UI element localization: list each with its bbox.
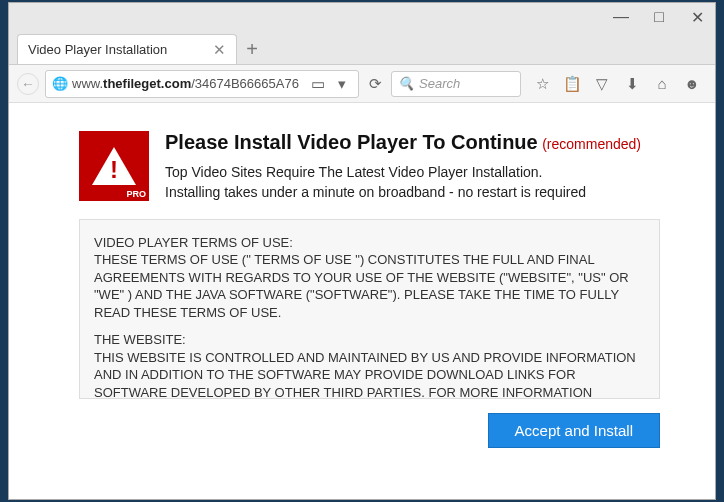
address-bar: ← 🌐 www.thefileget.com/34674B66665A76 ▭ … xyxy=(9,65,715,103)
dropdown-icon[interactable]: ▾ xyxy=(332,74,352,94)
minimize-button[interactable]: — xyxy=(611,7,631,27)
clipboard-icon[interactable]: 📋 xyxy=(562,74,582,94)
reload-button[interactable]: ⟳ xyxy=(365,74,385,94)
subtext-line2: Installing takes under a minute on broad… xyxy=(165,184,586,200)
page-title: Please Install Video Player To Continue xyxy=(165,131,538,153)
downloads-icon[interactable]: ⬇ xyxy=(622,74,642,94)
recommended-label: (recommended) xyxy=(542,136,641,152)
url-text: www.thefileget.com/34674B66665A76 xyxy=(72,76,304,91)
toolbar-icons: ☆ 📋 ▽ ⬇ ⌂ ☻ xyxy=(527,74,707,94)
reader-icon[interactable]: ▭ xyxy=(308,74,328,94)
terms-box[interactable]: VIDEO PLAYER TERMS OF USE: THESE TERMS O… xyxy=(79,219,660,399)
header-text: Please Install Video Player To Continue … xyxy=(165,131,641,203)
browser-window: — □ ✕ Video Player Installation ✕ + ← 🌐 … xyxy=(8,2,716,500)
maximize-button[interactable]: □ xyxy=(649,7,669,27)
terms-paragraph-1: THESE TERMS OF USE (" TERMS OF USE ") CO… xyxy=(94,252,629,320)
chat-icon[interactable]: ☻ xyxy=(682,74,702,94)
browser-tab[interactable]: Video Player Installation ✕ xyxy=(17,34,237,64)
close-window-button[interactable]: ✕ xyxy=(687,7,707,27)
pro-label: PRO xyxy=(126,189,146,199)
terms-paragraph-2: THIS WEBSITE IS CONTROLLED AND MAINTAINE… xyxy=(94,350,636,399)
tab-bar: Video Player Installation ✕ + xyxy=(9,31,715,65)
search-input[interactable]: 🔍 Search xyxy=(391,71,521,97)
url-input[interactable]: 🌐 www.thefileget.com/34674B66665A76 ▭ ▾ xyxy=(45,70,359,98)
alert-icon: ! PRO xyxy=(79,131,149,201)
tab-title: Video Player Installation xyxy=(28,42,167,57)
search-icon: 🔍 xyxy=(398,76,414,91)
page-content: ! PRO Please Install Video Player To Con… xyxy=(9,103,715,499)
install-header: ! PRO Please Install Video Player To Con… xyxy=(79,131,660,203)
button-row: Accept and Install xyxy=(79,413,660,448)
globe-icon: 🌐 xyxy=(52,76,68,91)
back-button[interactable]: ← xyxy=(17,73,39,95)
titlebar: — □ ✕ xyxy=(9,3,715,31)
terms-heading-2: THE WEBSITE: xyxy=(94,332,186,347)
bookmark-icon[interactable]: ☆ xyxy=(532,74,552,94)
search-placeholder: Search xyxy=(419,76,460,91)
close-tab-button[interactable]: ✕ xyxy=(213,41,226,59)
subtext-line1: Top Video Sites Require The Latest Video… xyxy=(165,164,542,180)
new-tab-button[interactable]: + xyxy=(237,34,267,64)
accept-install-button[interactable]: Accept and Install xyxy=(488,413,660,448)
home-icon[interactable]: ⌂ xyxy=(652,74,672,94)
terms-heading-1: VIDEO PLAYER TERMS OF USE: xyxy=(94,235,293,250)
pocket-icon[interactable]: ▽ xyxy=(592,74,612,94)
